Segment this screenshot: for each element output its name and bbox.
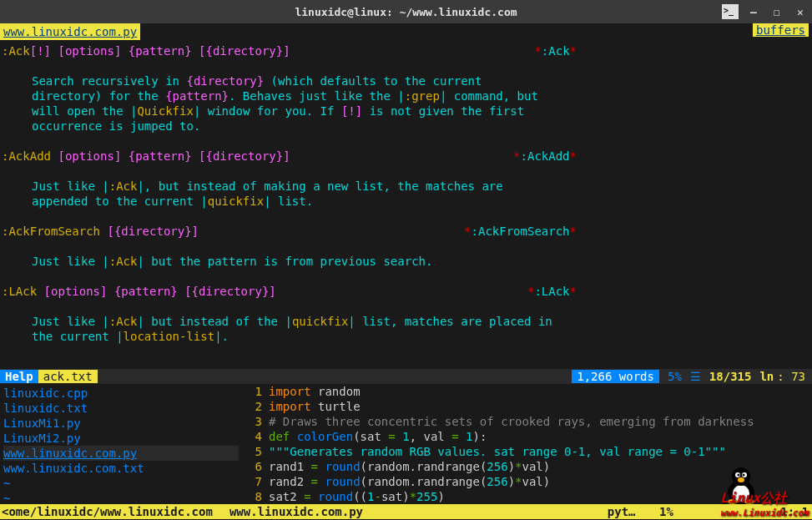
file-tree-item[interactable]: LinuxMi2.py xyxy=(3,431,239,446)
code-line[interactable]: import turtle xyxy=(269,399,812,414)
file-tree-item[interactable]: www.linuxidc.com.py xyxy=(3,446,239,461)
buffer-tabbar: www.linuxidc.com.py buffers xyxy=(0,23,812,40)
empty-line-tilde: ~ xyxy=(3,476,239,491)
maximize-button[interactable]: ☐ xyxy=(769,4,785,19)
svg-point-5 xyxy=(738,474,740,477)
buffer-tab[interactable]: www.linuxidc.com.py xyxy=(0,23,140,40)
cmd-ackfromsearch: :AckFromSearch xyxy=(2,225,100,238)
help-filename: ack.txt xyxy=(38,370,98,383)
col-position: : 73 xyxy=(774,370,809,383)
tag-star: * xyxy=(534,44,541,58)
file-tree-item[interactable]: LinuxMi1.py xyxy=(3,416,239,431)
file-tree-item[interactable]: www.linuxidc.com.txt xyxy=(3,461,239,476)
percent-indicator: 5% xyxy=(659,370,690,383)
path-indicator: <ome/linuxidc/www.linuxidc.com xyxy=(2,505,213,518)
current-file: www.linuxidc.com.py xyxy=(229,505,363,518)
cmd-ack: :Ack xyxy=(2,44,30,58)
cmd-ackadd: :AckAdd xyxy=(2,149,51,163)
help-statusbar: Help ack.txt 1,266 words 5% ☰ 18/315 ln … xyxy=(0,369,812,384)
line-numbers: 123456789 xyxy=(242,384,269,504)
svg-point-6 xyxy=(743,474,745,477)
filetype: pyt… xyxy=(608,505,636,518)
help-pane[interactable]: :Ack[!] [options] {pattern} [{directory}… xyxy=(0,40,812,369)
svg-point-2 xyxy=(732,467,750,486)
window-title: linuxidc@linux: ~/www.linuxidc.com xyxy=(295,6,517,18)
buffers-label[interactable]: buffers xyxy=(753,23,809,37)
code-line[interactable]: import random xyxy=(269,384,812,399)
file-tree-item[interactable]: linuxidc.txt xyxy=(3,401,239,416)
minimize-button[interactable]: — xyxy=(745,4,762,19)
word-count: 1,266 words xyxy=(572,370,659,383)
watermark: Linux公社 www.Linuxidc.com xyxy=(720,490,809,518)
file-explorer[interactable]: linuxidc.cpp linuxidc.txt LinuxMi1.py Li… xyxy=(0,384,242,504)
svg-point-7 xyxy=(738,477,744,482)
cmd-lack: :LAck xyxy=(2,285,37,298)
window-titlebar: linuxidc@linux: ~/www.linuxidc.com — ☐ ✕ xyxy=(0,0,812,23)
scroll-percent: 1% xyxy=(659,505,673,518)
close-button[interactable]: ✕ xyxy=(792,4,809,19)
code-line[interactable]: def colorGen(sat = 1, val = 1): xyxy=(269,429,812,444)
editor-statusbar: <ome/linuxidc/www.linuxidc.com www.linux… xyxy=(0,504,812,519)
terminal-icon[interactable] xyxy=(722,4,739,19)
code-line[interactable]: # Draws three concentric sets of crooked… xyxy=(269,414,812,429)
menu-icon: ☰ xyxy=(690,370,701,383)
help-mode-label: Help xyxy=(0,370,38,383)
code-line[interactable]: """Generates random RGB values. sat rang… xyxy=(269,444,812,459)
line-position: 18/315 xyxy=(701,370,760,383)
file-tree-item[interactable]: linuxidc.cpp xyxy=(3,386,239,401)
ln-label: ln xyxy=(759,370,774,383)
